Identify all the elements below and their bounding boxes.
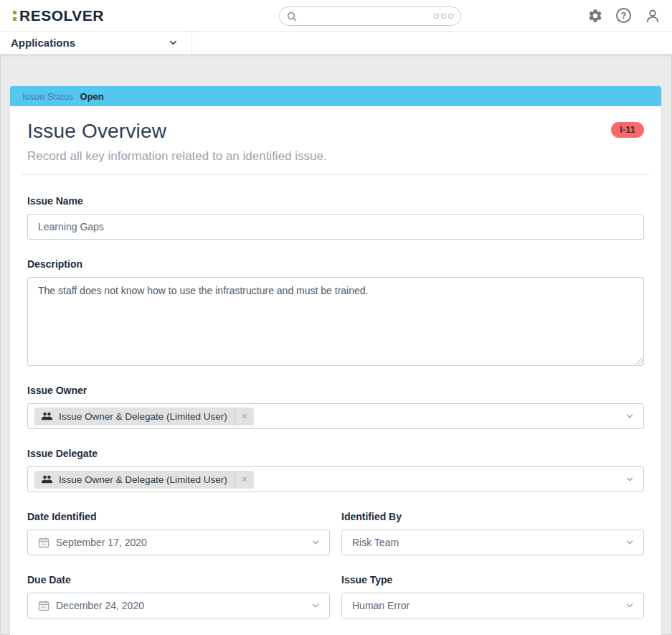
chevron-down-icon xyxy=(625,411,635,421)
search-icon xyxy=(286,11,298,22)
issue-type-group: Issue Type Human Error xyxy=(341,574,644,618)
search-options-icon[interactable] xyxy=(434,14,453,19)
global-search[interactable] xyxy=(279,6,461,26)
issue-id-badge: I-11 xyxy=(611,122,644,138)
divider xyxy=(22,174,650,175)
page-subtitle: Record all key information related to an… xyxy=(27,149,644,164)
status-label: Issue Status xyxy=(22,91,74,102)
issue-type-value: Human Error xyxy=(352,600,410,611)
identified-by-group: Identified By Risk Team xyxy=(341,511,644,555)
description-group: Description The staff does not know how … xyxy=(27,258,644,366)
issue-delegate-label: Issue Delegate xyxy=(27,448,644,459)
issue-form-card: Issue Status Open Issue Overview I-11 Re… xyxy=(10,86,661,635)
due-date-picker[interactable]: December 24, 2020 xyxy=(27,593,330,618)
issue-delegate-select[interactable]: Issue Owner & Delegate (Limited User) × xyxy=(27,466,644,492)
page-title: Issue Overview xyxy=(27,120,166,143)
issue-name-label: Issue Name xyxy=(27,195,644,207)
date-identified-picker[interactable]: September 17, 2020 xyxy=(27,530,330,555)
resolver-logo[interactable]: RESOLVER xyxy=(13,7,104,24)
main-content: Issue Status Open Issue Overview I-11 Re… xyxy=(0,55,672,635)
status-value: Open xyxy=(80,91,104,102)
chevron-down-icon xyxy=(168,37,179,48)
issue-owner-chip-label: Issue Owner & Delegate (Limited User) xyxy=(59,411,227,422)
identified-by-select[interactable]: Risk Team xyxy=(341,530,644,555)
issue-type-label: Issue Type xyxy=(341,574,644,585)
applications-label: Applications xyxy=(11,37,75,49)
chevron-down-icon xyxy=(625,601,635,611)
top-header: RESOLVER ? xyxy=(0,0,672,32)
chevron-down-icon xyxy=(311,601,321,611)
settings-gear-icon[interactable] xyxy=(587,7,603,24)
issue-delegate-group: Issue Delegate Issue Owner & Del xyxy=(27,448,644,492)
issue-owner-group: Issue Owner Issue Owner & Delega xyxy=(27,385,644,429)
due-date-label: Due Date xyxy=(27,574,330,585)
calendar-icon xyxy=(38,537,49,548)
remove-chip-button[interactable]: × xyxy=(235,408,254,425)
identified-by-value: Risk Team xyxy=(352,537,399,548)
issue-owner-label: Issue Owner xyxy=(27,385,644,396)
date-identified-value: September 17, 2020 xyxy=(56,537,147,548)
calendar-icon xyxy=(38,600,49,611)
date-identified-group: Date Identified Sep xyxy=(27,511,330,555)
due-date-group: Due Date December 2 xyxy=(27,574,330,618)
description-label: Description xyxy=(27,258,644,270)
applications-bar: Applications xyxy=(0,32,672,55)
identified-by-label: Identified By xyxy=(341,511,644,522)
issue-owner-chip: Issue Owner & Delegate (Limited User) × xyxy=(34,408,254,425)
logo-text: RESOLVER xyxy=(19,7,104,24)
issue-delegate-chip-label: Issue Owner & Delegate (Limited User) xyxy=(59,474,227,485)
issue-name-group: Issue Name xyxy=(27,195,644,240)
remove-chip-button[interactable]: × xyxy=(235,471,254,489)
user-profile-icon[interactable] xyxy=(644,7,661,24)
date-identified-label: Date Identified xyxy=(27,511,330,522)
issue-owner-select[interactable]: Issue Owner & Delegate (Limited User) × xyxy=(27,403,644,429)
issue-name-input[interactable] xyxy=(27,214,644,240)
issue-status-banner: Issue Status Open xyxy=(10,86,661,106)
chevron-down-icon xyxy=(311,537,321,547)
applications-dropdown[interactable]: Applications xyxy=(0,32,192,54)
due-date-value: December 24, 2020 xyxy=(56,600,144,611)
chevron-down-icon xyxy=(625,537,635,547)
description-textarea[interactable]: The staff does not know how to use the i… xyxy=(27,277,644,366)
chevron-down-icon xyxy=(625,474,635,484)
users-group-icon xyxy=(41,411,53,421)
search-input[interactable] xyxy=(298,11,434,22)
issue-delegate-chip: Issue Owner & Delegate (Limited User) × xyxy=(34,471,254,489)
logo-colon-icon xyxy=(13,10,16,21)
issue-type-select[interactable]: Human Error xyxy=(341,593,644,618)
help-icon[interactable]: ? xyxy=(615,7,632,24)
users-group-icon xyxy=(41,474,53,484)
